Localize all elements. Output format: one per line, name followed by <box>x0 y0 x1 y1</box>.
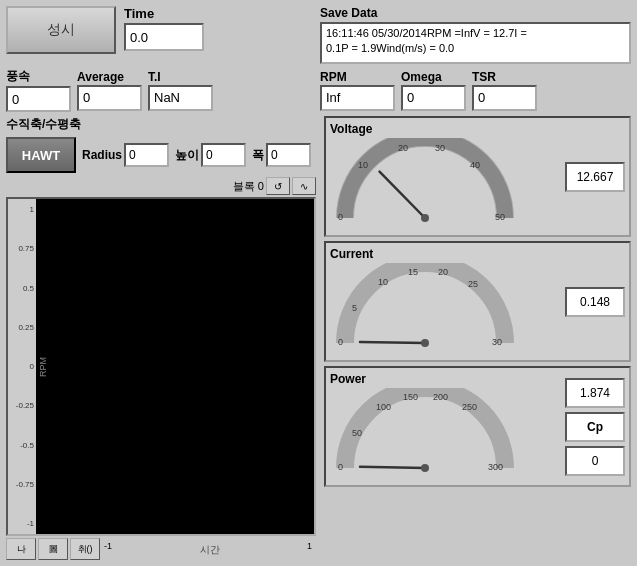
svg-text:20: 20 <box>398 143 408 153</box>
svg-text:300: 300 <box>488 462 503 472</box>
average-group: Average 0 <box>77 70 142 111</box>
chart-canvas: RPM <box>36 199 314 534</box>
omega-group: Omega 0 <box>401 70 466 111</box>
svg-text:0: 0 <box>338 212 343 222</box>
width-input[interactable]: 0 <box>266 143 311 167</box>
height-input[interactable]: 0 <box>201 143 246 167</box>
svg-text:5: 5 <box>352 303 357 313</box>
power-gauge-svg: 0 50 100 150 200 250 300 <box>330 388 520 478</box>
current-gauge-block: Current 0 5 10 15 20 25 30 0.148 <box>324 241 631 362</box>
svg-text:15: 15 <box>408 267 418 277</box>
tsr-value: 0 <box>472 85 537 111</box>
hawt-button[interactable]: HAWT <box>6 137 76 173</box>
svg-text:0: 0 <box>338 337 343 347</box>
svg-text:40: 40 <box>470 160 480 170</box>
svg-text:150: 150 <box>403 392 418 402</box>
y-tick-075: 0.75 <box>8 244 34 253</box>
cp-value: 0 <box>565 446 625 476</box>
wind-speed-group: 풍속 0 <box>6 68 71 112</box>
y-axis-title: RPM <box>38 357 48 377</box>
power-gauge-block: Power 0 50 100 150 200 250 300 1.87 <box>324 366 631 487</box>
x-tick-right: 1 <box>307 541 312 557</box>
ti-value: NaN <box>148 85 213 111</box>
svg-text:50: 50 <box>495 212 505 222</box>
stats-right-panel: RPM Inf Omega 0 TSR 0 <box>320 68 631 112</box>
radius-group: Radius 0 <box>82 143 169 167</box>
current-value: 0.148 <box>565 287 625 317</box>
x-tick-left: -1 <box>104 541 112 557</box>
average-label: Average <box>77 70 124 84</box>
y-tick-05: 0.5 <box>8 284 34 293</box>
save-data-line1: 16:11:46 05/30/2014RPM =InfV = 12.7I = <box>326 26 625 41</box>
right-gauges-panel: Voltage 0 10 20 30 40 50 <box>320 116 631 560</box>
main-container: 성시 Time 0.0 Save Data 16:11:46 05/30/201… <box>0 0 637 566</box>
voltage-value: 12.667 <box>565 162 625 192</box>
save-data-line2: 0.1P = 1.9Wind(m/s) = 0.0 <box>326 41 625 56</box>
save-data-panel: Save Data 16:11:46 05/30/2014RPM =InfV =… <box>320 6 631 64</box>
chart-btn-na[interactable]: 나 <box>6 538 36 560</box>
start-button[interactable]: 성시 <box>6 6 116 54</box>
chart-btn-options[interactable]: 취() <box>70 538 100 560</box>
svg-text:250: 250 <box>462 402 477 412</box>
rpm-group: RPM Inf <box>320 70 395 111</box>
height-label: 높이 <box>175 147 199 164</box>
voltage-gauge-svg: 0 10 20 30 40 50 <box>330 138 520 228</box>
chart-wave-button[interactable]: ∿ <box>292 177 316 195</box>
x-axis-label: 시간 <box>200 543 220 557</box>
current-gauge-left: Current 0 5 10 15 20 25 30 <box>330 247 561 356</box>
tsr-group: TSR 0 <box>472 70 537 111</box>
x-axis-ticks: -1 시간 1 <box>100 541 316 557</box>
omega-value: 0 <box>401 85 466 111</box>
svg-line-8 <box>360 342 425 343</box>
svg-point-9 <box>421 339 429 347</box>
svg-line-0 <box>380 172 425 218</box>
current-title: Current <box>330 247 561 261</box>
top-left-panel: 성시 Time 0.0 <box>6 6 316 64</box>
svg-text:100: 100 <box>376 402 391 412</box>
voltage-title: Voltage <box>330 122 561 136</box>
voltage-gauge-left: Voltage 0 10 20 30 40 50 <box>330 122 561 231</box>
power-title: Power <box>330 372 561 386</box>
svg-text:20: 20 <box>438 267 448 277</box>
svg-point-18 <box>421 464 429 472</box>
y-tick-n075: -0.75 <box>8 480 34 489</box>
svg-text:30: 30 <box>492 337 502 347</box>
power-value: 1.874 <box>565 378 625 408</box>
y-axis: 1 0.75 0.5 0.25 0 -0.25 -0.5 -0.75 -1 <box>8 199 36 534</box>
y-tick-n025: -0.25 <box>8 401 34 410</box>
chart-btn-print[interactable]: 圖 <box>38 538 68 560</box>
time-panel: Time 0.0 <box>124 6 204 51</box>
turbine-controls-panel: 수직축/수평축 HAWT Radius 0 높이 0 폭 0 <box>6 116 316 173</box>
average-value: 0 <box>77 85 142 111</box>
axis-label: 수직축/수평축 <box>6 116 316 133</box>
svg-text:200: 200 <box>433 392 448 402</box>
turbine-controls: HAWT Radius 0 높이 0 폭 0 <box>6 137 316 173</box>
omega-label: Omega <box>401 70 442 84</box>
chart-reset-button[interactable]: ↺ <box>266 177 290 195</box>
voltage-gauge-block: Voltage 0 10 20 30 40 50 <box>324 116 631 237</box>
cp-label: Cp <box>565 412 625 442</box>
svg-text:10: 10 <box>378 277 388 287</box>
radius-input[interactable]: 0 <box>124 143 169 167</box>
chart-wrapper: 1 0.75 0.5 0.25 0 -0.25 -0.5 -0.75 -1 RP… <box>6 197 316 536</box>
y-tick-n05: -0.5 <box>8 441 34 450</box>
stats-left-panel: 풍속 0 Average 0 T.I NaN <box>6 68 316 112</box>
svg-text:30: 30 <box>435 143 445 153</box>
y-tick-n1: -1 <box>8 519 34 528</box>
current-gauge-right: 0.148 <box>565 287 625 317</box>
ti-label: T.I <box>148 70 161 84</box>
y-tick-1: 1 <box>8 205 34 214</box>
rpm-value: Inf <box>320 85 395 111</box>
y-tick-025: 0.25 <box>8 323 34 332</box>
power-gauge-left: Power 0 50 100 150 200 250 300 <box>330 372 561 481</box>
current-gauge-svg: 0 5 10 15 20 25 30 <box>330 263 520 353</box>
time-label: Time <box>124 6 154 21</box>
power-gauge-right: 1.874 Cp 0 <box>565 378 625 476</box>
chart-toolbar-label: 블록 0 <box>233 179 264 194</box>
svg-text:50: 50 <box>352 428 362 438</box>
ti-group: T.I NaN <box>148 70 213 111</box>
chart-area: 블록 0 ↺ ∿ 1 0.75 0.5 0.25 0 -0.25 -0.5 -0… <box>6 177 316 560</box>
svg-line-17 <box>360 467 425 468</box>
width-label: 폭 <box>252 147 264 164</box>
y-tick-0: 0 <box>8 362 34 371</box>
